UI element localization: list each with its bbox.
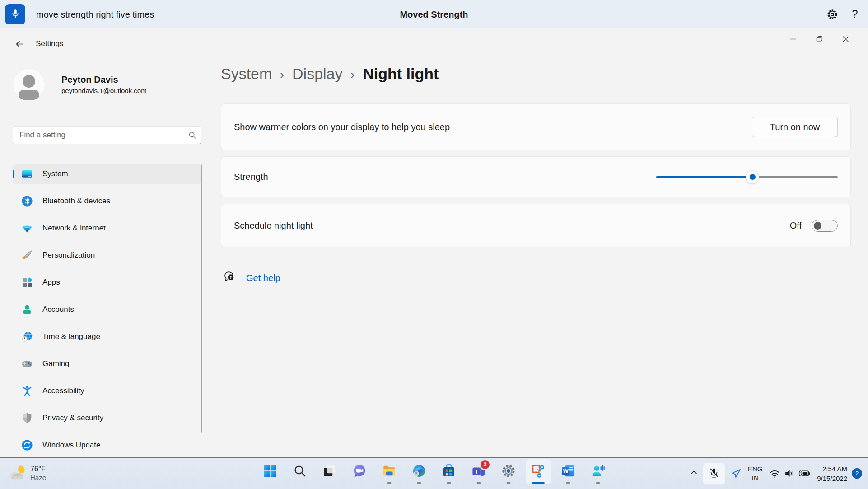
help-bubble-icon: ? (223, 270, 236, 286)
start-button[interactable] (258, 459, 282, 484)
notification-count-badge[interactable]: 2 (852, 468, 862, 479)
taskbar-search-button[interactable] (288, 459, 312, 484)
selected-accent-bar (13, 170, 14, 178)
file-explorer-button[interactable] (377, 459, 401, 484)
voice-access-button[interactable] (586, 459, 610, 484)
window-controls (780, 32, 859, 47)
voice-command-bar: move strength right five times Moved Str… (0, 0, 868, 28)
voice-mic-status-button[interactable] (703, 463, 725, 484)
help-icon[interactable]: ? (848, 6, 862, 22)
chevron-right-icon: › (280, 66, 284, 82)
word-button[interactable]: W (556, 459, 580, 484)
back-arrow-icon (14, 39, 24, 51)
schedule-label: Schedule night light (234, 221, 313, 231)
breadcrumb-system[interactable]: System (221, 65, 272, 83)
search-icon[interactable] (184, 131, 201, 139)
file-explorer-icon (382, 464, 397, 480)
volume-icon (784, 468, 795, 479)
running-indicator (507, 482, 511, 484)
chat-button[interactable] (347, 459, 372, 484)
app-title: Settings (36, 39, 63, 48)
tray-time: 2:54 AM (817, 464, 847, 474)
maximize-button[interactable] (806, 32, 832, 47)
settings-search (13, 126, 201, 144)
settings-button[interactable] (496, 459, 521, 484)
sidebar-item-time-language[interactable]: Time & language (13, 327, 201, 347)
task-view-button[interactable] (317, 459, 342, 484)
voice-action-title: Moved Strength (0, 0, 868, 28)
sidebar-item-network-internet[interactable]: Network & internet (13, 218, 201, 238)
gear-icon[interactable] (825, 7, 840, 22)
user-profile[interactable]: Peyton Davis peytondavis.1@outlook.com (13, 68, 147, 101)
get-help-link[interactable]: Get help (246, 273, 280, 283)
language-line1: ENG (745, 465, 765, 474)
breadcrumb: System › Display › Night light (221, 65, 439, 83)
system-icon (21, 168, 33, 180)
sidebar-item-system[interactable]: System (13, 164, 201, 184)
sidebar-item-personalization[interactable]: Personalization (13, 245, 201, 265)
weather-temp: 76°F (30, 465, 46, 474)
wifi-icon (769, 468, 780, 479)
windows-update-icon (21, 439, 33, 451)
sidebar-item-accounts[interactable]: Accounts (13, 300, 201, 320)
location-arrow-icon[interactable] (728, 468, 745, 479)
language-switcher[interactable]: ENG IN (745, 465, 765, 482)
search-input[interactable] (13, 131, 184, 140)
chat-icon (352, 464, 367, 480)
microsoft-store-icon (442, 464, 456, 480)
running-indicator (387, 482, 392, 484)
taskbar-center-icons: T 2 W (258, 459, 610, 484)
running-indicator (477, 482, 481, 484)
svg-text:W: W (563, 468, 569, 475)
toggle-knob (814, 222, 821, 230)
back-button[interactable] (12, 39, 26, 51)
sidebar-item-label: Accounts (42, 305, 74, 314)
microsoft-store-button[interactable] (437, 459, 461, 484)
microphone-muted-icon (708, 467, 720, 480)
teams-button[interactable]: T 2 (467, 459, 491, 484)
schedule-toggle[interactable] (812, 220, 838, 232)
quick-settings-button[interactable] (769, 468, 811, 479)
minimize-button[interactable] (780, 32, 806, 47)
sidebar-item-privacy-security[interactable]: Privacy & security (13, 408, 201, 428)
strength-slider[interactable] (656, 171, 838, 183)
avatar (13, 68, 45, 101)
accessibility-icon (21, 385, 33, 397)
turn-on-now-button[interactable]: Turn on now (752, 117, 838, 137)
page-title: Night light (363, 65, 439, 83)
strength-slider-thumb[interactable] (746, 171, 759, 183)
sidebar-item-windows-update[interactable]: Windows Update (13, 435, 201, 455)
weather-widget[interactable]: 76°F Haze (8, 458, 46, 489)
snipping-tool-button[interactable] (526, 459, 551, 484)
sidebar-item-gaming[interactable]: Gaming (13, 354, 201, 374)
user-name: Peyton Davis (61, 75, 147, 85)
get-help-row: ? Get help (223, 270, 280, 286)
desktop: move strength right five times Moved Str… (0, 0, 868, 489)
voice-access-icon (591, 464, 605, 480)
breadcrumb-display[interactable]: Display (292, 65, 342, 83)
gaming-icon (21, 357, 33, 370)
sidebar-item-apps[interactable]: Apps (13, 273, 201, 292)
strength-label: Strength (234, 172, 268, 182)
close-icon (842, 36, 849, 44)
tray-overflow-button[interactable] (687, 469, 700, 478)
edge-button[interactable] (407, 459, 431, 484)
sidebar-item-label: Accessibility (42, 386, 84, 395)
strength-card: Strength (221, 156, 851, 197)
sidebar-item-label: Network & internet (42, 224, 106, 233)
network-icon (21, 222, 33, 235)
task-view-icon (322, 464, 337, 480)
sidebar-item-label: Personalization (42, 251, 95, 260)
clock[interactable]: 2:54 AM 9/15/2022 (817, 464, 847, 483)
sidebar-item-bluetooth-devices[interactable]: Bluetooth & devices (13, 191, 201, 211)
sidebar-item-label: Apps (42, 278, 60, 287)
sidebar-item-label: Windows Update (42, 441, 101, 450)
apps-icon (21, 276, 33, 289)
chevron-right-icon: › (351, 66, 355, 82)
sidebar-scrollbar[interactable] (201, 164, 202, 433)
warm-colors-description: Show warmer colors on your display to he… (234, 122, 450, 132)
battery-charging-icon (798, 468, 811, 479)
sidebar-item-accessibility[interactable]: Accessibility (13, 381, 201, 401)
accounts-icon (21, 303, 33, 316)
close-button[interactable] (832, 32, 859, 47)
